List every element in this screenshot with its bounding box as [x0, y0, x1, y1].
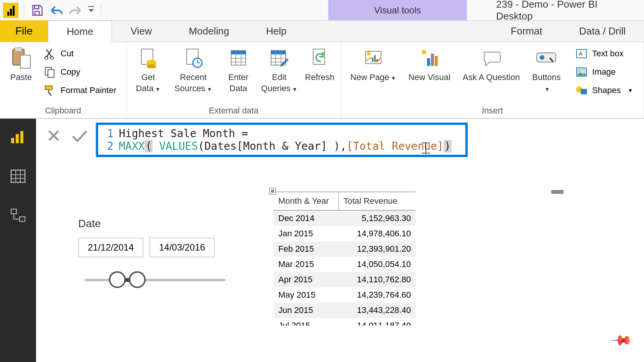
svg-rect-2 — [20, 55, 30, 68]
slicer-slider[interactable] — [78, 268, 232, 291]
cancel-formula-icon[interactable] — [46, 128, 61, 143]
group-external-label: External data — [130, 104, 337, 117]
paste-button[interactable]: Paste — [4, 44, 38, 85]
image-label: Image — [592, 67, 616, 77]
table-row[interactable]: Feb 201512,393,901.20 — [274, 241, 416, 257]
refresh-button[interactable]: Refresh — [302, 44, 337, 85]
tab-file[interactable]: File — [0, 20, 48, 42]
cut-icon — [44, 48, 56, 59]
quick-access-toolbar — [0, 0, 106, 20]
report-view-icon — [10, 129, 26, 145]
get-data-icon — [138, 48, 158, 68]
formula-bar: 1 Highest Sale Month = 2 MAXX( VALUES( D… — [42, 123, 632, 157]
group-insert-label: Insert — [345, 104, 640, 117]
line-number: 1 — [103, 127, 113, 140]
slicer-title: Date — [78, 218, 232, 230]
table-row[interactable]: Jun 201513,443,228.40 — [274, 303, 416, 318]
table-row[interactable]: Jan 201514,978,406.10 — [274, 226, 416, 241]
resize-handle[interactable] — [551, 190, 564, 194]
revenue-table-visual[interactable]: Month & Year Total Revenue Dec 20145,152… — [274, 192, 416, 326]
svg-rect-1 — [15, 48, 22, 51]
qat-customize[interactable] — [85, 1, 97, 20]
report-view-button[interactable] — [7, 126, 29, 148]
svg-rect-41 — [20, 217, 25, 221]
format-painter-button[interactable]: Format Painter — [40, 82, 120, 99]
token-args: Dates[Month & Year] ), — [204, 140, 347, 152]
buttons-icon — [535, 49, 558, 67]
report-canvas[interactable]: Date 21/12/2014 14/03/2016 Month & Year … — [36, 169, 644, 362]
format-painter-label: Format Painter — [61, 85, 117, 95]
table-row[interactable]: Apr 201514,110,762.80 — [274, 272, 416, 287]
column-header-revenue[interactable]: Total Revenue — [339, 192, 416, 210]
text-cursor-icon: ⌶ — [422, 139, 430, 156]
tab-view[interactable]: View — [112, 20, 170, 42]
cut-button[interactable]: Cut — [40, 45, 120, 62]
recent-sources-button[interactable]: Recent Sources▼ — [168, 44, 219, 96]
commit-formula-icon[interactable] — [71, 128, 88, 143]
table-row[interactable]: Dec 20145,152,963.30 — [274, 211, 416, 226]
svg-rect-36 — [11, 138, 14, 143]
image-button[interactable]: Image — [572, 64, 636, 80]
svg-point-20 — [367, 52, 371, 56]
token-paren: ( — [198, 140, 204, 152]
resize-handle[interactable] — [269, 188, 276, 195]
tab-modeling[interactable]: Modeling — [170, 20, 248, 42]
buttons-button[interactable]: Buttons▼ — [527, 44, 566, 96]
table-row[interactable]: May 201514,239,764.60 — [274, 287, 416, 303]
slicer-end-input[interactable]: 14/03/2016 — [150, 238, 215, 257]
ask-question-label: Ask A Question — [463, 72, 520, 83]
token-paren: ) — [444, 140, 452, 152]
svg-rect-7 — [45, 86, 52, 90]
formula-editor[interactable]: 1 Highest Sale Month = 2 MAXX( VALUES( D… — [96, 123, 468, 157]
buttons-label: Buttons — [532, 72, 561, 82]
svg-rect-39 — [11, 170, 25, 182]
svg-rect-40 — [11, 209, 16, 214]
tab-home[interactable]: Home — [48, 21, 112, 42]
column-header-month[interactable]: Month & Year — [274, 192, 339, 210]
slider-handle-start[interactable] — [109, 271, 126, 288]
svg-rect-6 — [48, 70, 54, 77]
line-number: 2 — [103, 140, 113, 152]
slider-handle-end[interactable] — [129, 271, 146, 288]
pin-icon: 📌 — [610, 328, 634, 352]
model-view-button[interactable] — [7, 205, 29, 226]
slider-track-line — [84, 279, 225, 281]
svg-rect-26 — [431, 54, 434, 66]
token-values: VALUES — [159, 140, 198, 152]
tab-data-drill[interactable]: Data / Drill — [561, 20, 644, 42]
copy-button[interactable]: Copy — [40, 64, 120, 80]
new-page-button[interactable]: New Page▼ — [345, 44, 401, 85]
svg-rect-35 — [581, 89, 587, 94]
cut-label: Cut — [61, 49, 74, 59]
app-logo — [2, 1, 20, 20]
edit-queries-button[interactable]: Edit Queries▼ — [258, 44, 301, 96]
data-view-icon — [10, 169, 26, 184]
ask-question-button[interactable]: Ask A Question — [457, 44, 525, 85]
data-view-button[interactable] — [7, 165, 29, 187]
ribbon: Paste Cut Copy Format Painter Clipboard — [0, 42, 644, 119]
model-view-icon — [10, 208, 26, 223]
table-row[interactable]: Jul 201514,011,187.40 — [274, 318, 416, 326]
svg-point-24 — [422, 50, 426, 54]
svg-rect-15 — [231, 51, 246, 54]
enter-data-button[interactable]: Enter Data — [221, 44, 256, 96]
edit-queries-label: Edit Queries — [261, 72, 291, 93]
enter-data-icon — [229, 48, 248, 67]
new-visual-button[interactable]: New Visual — [403, 44, 456, 85]
undo-button[interactable] — [47, 1, 66, 20]
date-slicer[interactable]: Date 21/12/2014 14/03/2016 — [78, 218, 232, 291]
save-button[interactable] — [28, 1, 46, 20]
redo-button[interactable] — [66, 1, 85, 20]
table-row[interactable]: Mar 201514,050,054.10 — [274, 257, 416, 272]
refresh-icon — [310, 48, 329, 68]
tab-help[interactable]: Help — [248, 20, 305, 42]
tab-format[interactable]: Format — [492, 20, 560, 42]
svg-point-33 — [578, 70, 581, 72]
token-maxx: MAXX — [119, 140, 145, 152]
slicer-start-input[interactable]: 21/12/2014 — [78, 238, 143, 257]
shapes-button[interactable]: Shapes▼ — [572, 82, 636, 99]
get-data-button[interactable]: Get Data▼ — [130, 44, 166, 96]
save-icon — [31, 4, 44, 17]
svg-rect-17 — [271, 51, 286, 54]
text-box-button[interactable]: A Text box — [572, 45, 636, 62]
